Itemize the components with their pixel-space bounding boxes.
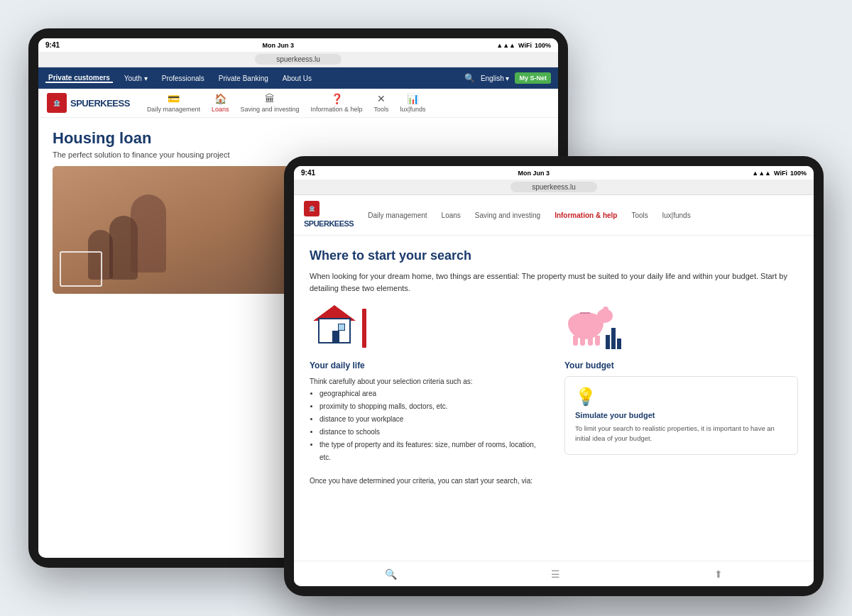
list-item: distance to your workplace — [320, 413, 543, 426]
piggy-leg-3 — [588, 336, 593, 346]
front-nav-tools[interactable]: Tools — [631, 211, 648, 219]
nav-private-customers[interactable]: Private customers — [45, 74, 113, 83]
piggy-leg-2 — [580, 336, 585, 346]
house-body — [318, 318, 351, 343]
bottom-menu-icon[interactable]: ☰ — [551, 568, 560, 580]
front-content: Where to start your search When looking … — [294, 236, 814, 586]
back-top-nav: Private customers Youth ▾ Professionals … — [38, 67, 558, 89]
house-window — [338, 324, 345, 331]
saving-icon: 🏛 — [265, 93, 275, 104]
bottom-text: Once you have determined your criteria, … — [310, 475, 798, 486]
back-status-icons: ▲▲▲ WiFi 100% — [496, 42, 551, 49]
front-address-bar[interactable]: spuerkeess.lu — [294, 180, 814, 195]
nav-about-us[interactable]: About Us — [280, 75, 315, 82]
list-item: the type of property and its features: s… — [320, 439, 543, 464]
back-main-nav: 🏦 SPUERKEESS 💳 Daily management 🏠 Loans … — [38, 89, 558, 118]
left-col-body: Think carefully about your selection cri… — [310, 376, 543, 387]
piggy-illustration — [564, 305, 621, 355]
front-nav-info[interactable]: Information & help — [555, 211, 617, 219]
front-nav-daily[interactable]: Daily management — [368, 211, 427, 219]
bottom-share-icon[interactable]: ⬆ — [714, 568, 723, 580]
bar-chart-small — [606, 328, 621, 349]
signal-icon: ▲▲▲ — [496, 42, 515, 49]
front-nav-bar: 🏦 SPUERKEESS Daily management Loans Savi… — [294, 195, 814, 235]
bullet-list: geographical area proximity to shopping … — [310, 387, 543, 464]
wifi-icon: WiFi — [518, 42, 532, 49]
coin-slot — [580, 312, 590, 314]
front-status-bar: 9:41 Mon Jun 3 ▲▲▲ WiFi 100% — [294, 166, 814, 180]
house-door — [332, 331, 339, 342]
back-time: 9:41 — [45, 41, 60, 49]
house-illustration — [310, 305, 366, 355]
content-heading: Where to start your search — [310, 248, 798, 263]
piggy-leg-4 — [595, 336, 600, 346]
language-selector[interactable]: English ▾ — [481, 75, 510, 82]
back-status-bar: 9:41 Mon Jun 3 ▲▲▲ WiFi 100% — [38, 38, 558, 52]
front-nav-luxfunds[interactable]: lux|funds — [662, 211, 691, 219]
front-logo-icon: 🏦 — [304, 201, 320, 216]
left-column: Your daily life Think carefully about yo… — [310, 305, 543, 464]
back-logo: 🏦 SPUERKEESS — [47, 93, 130, 113]
battery-icon: 100% — [535, 42, 551, 49]
budget-card[interactable]: 💡 Simulate your budget To limit your sea… — [564, 376, 798, 455]
daily-mgmt-icon: 💳 — [168, 93, 180, 104]
snet-button[interactable]: My S-Net — [515, 72, 551, 84]
nav-luxfunds[interactable]: 📊 lux|funds — [400, 93, 426, 113]
list-item: geographical area — [320, 387, 543, 400]
ruler-illus — [362, 309, 366, 348]
budget-card-text: To limit your search to realistic proper… — [575, 424, 787, 444]
front-tablet-screen: 9:41 Mon Jun 3 ▲▲▲ WiFi 100% spuerkeess.… — [294, 166, 814, 586]
front-signal-icon: ▲▲▲ — [752, 170, 771, 177]
piggy-ear — [603, 307, 608, 312]
nav-loans[interactable]: 🏠 Loans — [212, 93, 229, 113]
info-icon: ❓ — [331, 93, 343, 104]
bottom-nav: 🔍 ☰ ⬆ — [294, 561, 814, 586]
budget-card-title: Simulate your budget — [575, 411, 787, 419]
hero-title: Housing loan — [53, 129, 544, 148]
nav-youth[interactable]: Youth ▾ — [121, 75, 151, 82]
nav-tools[interactable]: ✕ Tools — [374, 93, 389, 113]
piggy-leg-1 — [573, 336, 578, 346]
logo-icon: 🏦 — [47, 93, 67, 113]
logo-text: SPUERKEESS — [70, 98, 130, 109]
front-nav-loans[interactable]: Loans — [442, 211, 461, 219]
house-illus-inner — [310, 305, 366, 351]
nav-daily-management[interactable]: 💳 Daily management — [147, 93, 200, 113]
white-overlay — [60, 251, 102, 287]
front-nav-saving[interactable]: Saving and investing — [475, 211, 540, 219]
front-time: 9:41 — [301, 169, 315, 177]
loans-icon: 🏠 — [214, 93, 226, 104]
front-date: Mon Jun 3 — [518, 170, 550, 177]
back-nav-right: 🔍 English ▾ My S-Net — [464, 72, 551, 84]
front-tablet: 9:41 Mon Jun 3 ▲▲▲ WiFi 100% spuerkeess.… — [284, 156, 824, 596]
back-url: spuerkeess.lu — [255, 54, 342, 65]
front-main-nav: 🏦 SPUERKEESS Daily management Loans Savi… — [294, 195, 814, 236]
front-logo: 🏦 SPUERKEESS — [304, 201, 354, 229]
bottom-search-icon[interactable]: 🔍 — [385, 568, 397, 580]
front-wifi-icon: WiFi — [774, 170, 787, 177]
right-col-title: Your budget — [564, 361, 798, 370]
bar-2 — [611, 328, 616, 349]
bar-3 — [617, 339, 621, 349]
lightbulb-icon: 💡 — [575, 387, 787, 407]
nav-private-banking[interactable]: Private Banking — [216, 75, 271, 82]
left-col-title: Your daily life — [310, 361, 543, 370]
front-status-icons: ▲▲▲ WiFi 100% — [752, 170, 807, 177]
content-intro: When looking for your dream home, two th… — [310, 270, 798, 294]
nav-info-help[interactable]: ❓ Information & help — [311, 93, 363, 113]
front-logo-text: SPUERKEESS — [304, 219, 354, 228]
two-column-section: Your daily life Think carefully about yo… — [310, 305, 798, 464]
tools-icon: ✕ — [377, 93, 386, 104]
bar-1 — [606, 335, 610, 349]
front-battery-icon: 100% — [790, 170, 807, 177]
right-column: Your budget 💡 Simulate your budget To li… — [564, 305, 798, 464]
nav-professionals[interactable]: Professionals — [159, 75, 207, 82]
back-date: Mon Jun 3 — [262, 42, 294, 49]
list-item: proximity to shopping malls, doctors, et… — [320, 400, 543, 413]
nav-saving-investing[interactable]: 🏛 Saving and investing — [240, 93, 299, 113]
list-item: distance to schools — [320, 426, 543, 439]
luxfunds-icon: 📊 — [407, 93, 419, 104]
front-url: spuerkeess.lu — [510, 182, 597, 192]
back-address-bar[interactable]: spuerkeess.lu — [38, 52, 558, 67]
search-button[interactable]: 🔍 — [464, 73, 475, 83]
